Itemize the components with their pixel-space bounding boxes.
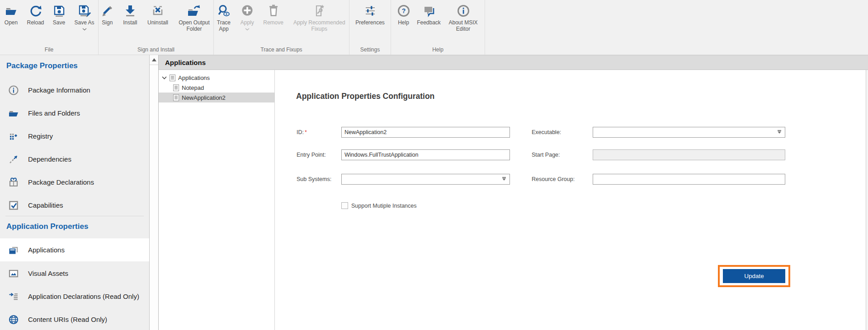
chevron-down-icon[interactable]	[162, 76, 167, 79]
id-input[interactable]	[341, 127, 510, 138]
fixups-document-icon	[312, 3, 326, 19]
group-caption: Help	[391, 46, 485, 53]
group-caption: File	[0, 46, 98, 53]
feedback-bubble-icon	[422, 3, 436, 19]
ribbon-group-settings: Preferences Settings	[349, 0, 391, 55]
document-icon	[170, 74, 175, 81]
button-label: Remove	[263, 20, 283, 26]
start-page-field-label: Start Page:	[532, 149, 560, 160]
sidebar-item-label: Capabilities	[28, 201, 63, 209]
button-label: Open Output Folder	[175, 20, 213, 32]
sidebar-item-dependencies[interactable]: Dependencies	[0, 148, 149, 171]
sidebar-item-applications[interactable]: Applications	[0, 238, 149, 261]
gift-box-icon	[8, 177, 19, 188]
image-icon	[8, 268, 19, 279]
sidebar-item-label: Registry	[28, 132, 53, 140]
sidebar-item-package-declarations[interactable]: Package Declarations	[0, 171, 149, 194]
checkbox-check-icon	[8, 200, 19, 211]
executable-dropdown[interactable]	[593, 127, 785, 138]
sidebar-item-files-and-folders[interactable]: Files and Folders	[0, 102, 149, 125]
entry-point-field-label: Entry Point:	[297, 149, 326, 160]
apply-button: Apply	[237, 3, 257, 31]
tree-node-newapplication2[interactable]: NewApplication2	[159, 93, 274, 102]
group-caption: Settings	[349, 46, 391, 53]
info-circle-icon	[8, 85, 19, 96]
button-label: Help	[398, 20, 409, 26]
applications-tree: Applications Notepad NewApplication2	[159, 70, 275, 330]
button-label: Open	[5, 20, 18, 26]
sidebar-item-content-uris[interactable]: Content URIs (Read Only)	[0, 308, 149, 330]
button-label: Save	[53, 20, 65, 26]
feedback-button[interactable]: Feedback	[416, 3, 442, 26]
entry-point-input[interactable]	[341, 149, 510, 160]
sidebar-item-visual-assets[interactable]: Visual Assets	[0, 262, 149, 285]
save-icon	[52, 3, 66, 19]
button-label: Uninstall	[147, 20, 168, 26]
sidebar-item-registry[interactable]: Registry	[0, 125, 149, 148]
sidebar-heading-application-properties: Application Properties	[6, 222, 88, 231]
group-caption: Trace and Fixups	[214, 46, 349, 53]
button-label: Install	[123, 20, 137, 26]
group-caption: Sign and Install	[99, 46, 213, 53]
registry-blocks-icon	[8, 131, 19, 142]
resource-group-field-label: Resource Group:	[532, 174, 575, 185]
required-asterisk: *	[305, 129, 307, 135]
document-icon	[173, 94, 179, 101]
navigation-sidebar: Package Properties Package Information F…	[0, 55, 149, 330]
tree-node-notepad[interactable]: Notepad	[159, 83, 274, 93]
button-label: About MSIX Editor	[446, 20, 481, 32]
sub-systems-field-label: Sub Systems:	[297, 174, 331, 185]
ribbon-group-sign-and-install: Sign Install Uninstall	[99, 0, 214, 55]
tree-node-label: Applications	[178, 74, 210, 81]
sign-pencil-icon	[100, 3, 114, 19]
executable-field-label: Executable:	[532, 127, 561, 138]
save-button[interactable]: Save	[50, 3, 68, 26]
sidebar-divider	[5, 216, 144, 216]
sidebar-scrollbar[interactable]	[149, 55, 159, 330]
tree-node-applications[interactable]: Applications	[159, 73, 274, 83]
list-arrow-icon	[8, 291, 19, 302]
reload-button[interactable]: Reload	[25, 3, 47, 26]
sidebar-item-label: Dependencies	[28, 155, 71, 163]
open-folder-icon	[5, 3, 18, 19]
highlight-annotation-box: Update	[718, 265, 790, 287]
reload-icon	[29, 3, 42, 19]
button-label: Preferences	[355, 20, 385, 26]
button-label: Save As	[74, 20, 94, 26]
about-msix-editor-button[interactable]: About MSIX Editor	[446, 3, 481, 32]
application-properties-form: Application Properties Configuration ID:…	[275, 70, 866, 330]
scrollbar-up-button[interactable]	[150, 55, 158, 65]
sidebar-item-label: Files and Folders	[28, 109, 80, 117]
sidebar-item-label: Content URIs (Read Only)	[28, 316, 107, 323]
checkbox-label: Support Mutiple Instances	[351, 203, 417, 209]
globe-icon	[8, 314, 19, 325]
sub-systems-dropdown[interactable]	[341, 174, 510, 185]
resource-group-input[interactable]	[593, 174, 785, 185]
sidebar-item-capabilities[interactable]: Capabilities	[0, 194, 149, 217]
support-multiple-instances-checkbox[interactable]	[341, 202, 348, 209]
help-button[interactable]: ? Help	[395, 3, 412, 26]
sign-button[interactable]: Sign	[99, 3, 116, 26]
panel-title: Applications	[165, 59, 206, 66]
install-button[interactable]: Install	[120, 3, 141, 26]
open-output-folder-button[interactable]: Open Output Folder	[175, 3, 213, 32]
uninstall-button[interactable]: Uninstall	[144, 3, 171, 26]
open-button[interactable]: Open	[1, 3, 21, 26]
remove-button: Remove	[261, 3, 286, 26]
trace-app-button[interactable]: Trace App	[214, 3, 234, 32]
sidebar-item-label: Visual Assets	[28, 270, 68, 277]
form-title: Application Properties Configuration	[296, 92, 434, 101]
help-question-icon: ?	[397, 3, 410, 19]
sidebar-item-application-declarations[interactable]: Application Declarations (Read Only)	[0, 285, 149, 308]
document-icon	[173, 84, 179, 91]
sidebar-item-package-information[interactable]: Package Information	[0, 79, 149, 102]
save-as-button[interactable]: Save As	[72, 3, 97, 31]
id-field-label: ID:*	[297, 127, 307, 138]
preferences-button[interactable]: Preferences	[353, 3, 387, 26]
button-label: Sign	[102, 20, 113, 26]
trace-app-icon	[217, 3, 231, 19]
svg-text:?: ?	[401, 7, 406, 14]
applications-content: Applications Notepad NewApplication2 App…	[159, 70, 866, 330]
support-multiple-instances-row: Support Mutiple Instances	[341, 202, 417, 209]
update-button[interactable]: Update	[723, 269, 785, 283]
